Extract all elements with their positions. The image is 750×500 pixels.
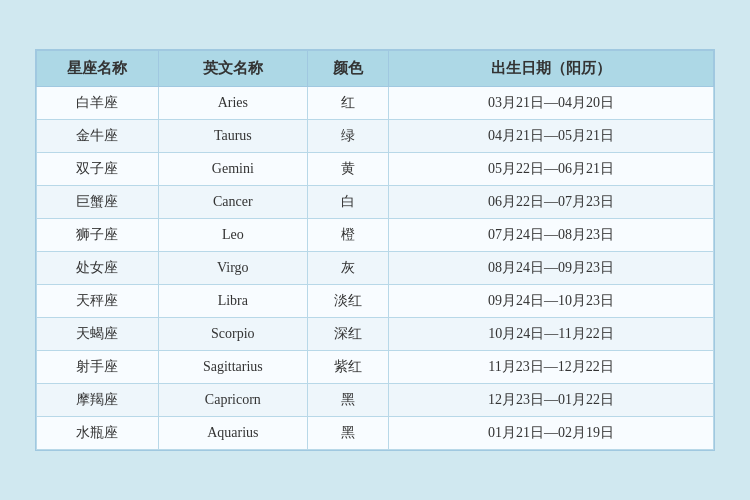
table-row: 巨蟹座Cancer白06月22日—07月23日 [37, 186, 714, 219]
table-row: 天蝎座Scorpio深红10月24日—11月22日 [37, 318, 714, 351]
cell-chinese: 摩羯座 [37, 384, 159, 417]
table-row: 金牛座Taurus绿04月21日—05月21日 [37, 120, 714, 153]
table-row: 射手座Sagittarius紫红11月23日—12月22日 [37, 351, 714, 384]
cell-english: Aquarius [158, 417, 307, 450]
cell-chinese: 射手座 [37, 351, 159, 384]
table-body: 白羊座Aries红03月21日—04月20日金牛座Taurus绿04月21日—0… [37, 87, 714, 450]
cell-english: Capricorn [158, 384, 307, 417]
cell-color: 绿 [307, 120, 388, 153]
cell-color: 橙 [307, 219, 388, 252]
cell-english: Gemini [158, 153, 307, 186]
cell-date: 04月21日—05月21日 [389, 120, 714, 153]
cell-chinese: 天蝎座 [37, 318, 159, 351]
cell-english: Virgo [158, 252, 307, 285]
cell-date: 01月21日—02月19日 [389, 417, 714, 450]
cell-color: 黄 [307, 153, 388, 186]
cell-chinese: 巨蟹座 [37, 186, 159, 219]
zodiac-table-container: 星座名称 英文名称 颜色 出生日期（阳历） 白羊座Aries红03月21日—04… [35, 49, 715, 451]
cell-color: 灰 [307, 252, 388, 285]
cell-color: 紫红 [307, 351, 388, 384]
table-row: 白羊座Aries红03月21日—04月20日 [37, 87, 714, 120]
cell-color: 黑 [307, 384, 388, 417]
cell-date: 12月23日—01月22日 [389, 384, 714, 417]
cell-date: 05月22日—06月21日 [389, 153, 714, 186]
cell-english: Scorpio [158, 318, 307, 351]
table-row: 处女座Virgo灰08月24日—09月23日 [37, 252, 714, 285]
table-row: 摩羯座Capricorn黑12月23日—01月22日 [37, 384, 714, 417]
cell-chinese: 处女座 [37, 252, 159, 285]
header-color: 颜色 [307, 51, 388, 87]
header-english: 英文名称 [158, 51, 307, 87]
header-date: 出生日期（阳历） [389, 51, 714, 87]
table-row: 水瓶座Aquarius黑01月21日—02月19日 [37, 417, 714, 450]
cell-chinese: 天秤座 [37, 285, 159, 318]
cell-date: 06月22日—07月23日 [389, 186, 714, 219]
cell-english: Leo [158, 219, 307, 252]
cell-english: Aries [158, 87, 307, 120]
cell-date: 03月21日—04月20日 [389, 87, 714, 120]
cell-chinese: 白羊座 [37, 87, 159, 120]
cell-color: 白 [307, 186, 388, 219]
cell-english: Cancer [158, 186, 307, 219]
zodiac-table: 星座名称 英文名称 颜色 出生日期（阳历） 白羊座Aries红03月21日—04… [36, 50, 714, 450]
cell-color: 红 [307, 87, 388, 120]
table-row: 狮子座Leo橙07月24日—08月23日 [37, 219, 714, 252]
cell-color: 黑 [307, 417, 388, 450]
cell-date: 09月24日—10月23日 [389, 285, 714, 318]
cell-date: 08月24日—09月23日 [389, 252, 714, 285]
table-row: 天秤座Libra淡红09月24日—10月23日 [37, 285, 714, 318]
cell-chinese: 水瓶座 [37, 417, 159, 450]
cell-color: 淡红 [307, 285, 388, 318]
cell-color: 深红 [307, 318, 388, 351]
cell-chinese: 狮子座 [37, 219, 159, 252]
cell-date: 07月24日—08月23日 [389, 219, 714, 252]
cell-english: Taurus [158, 120, 307, 153]
header-chinese: 星座名称 [37, 51, 159, 87]
cell-english: Libra [158, 285, 307, 318]
cell-date: 10月24日—11月22日 [389, 318, 714, 351]
cell-date: 11月23日—12月22日 [389, 351, 714, 384]
cell-chinese: 双子座 [37, 153, 159, 186]
cell-english: Sagittarius [158, 351, 307, 384]
cell-chinese: 金牛座 [37, 120, 159, 153]
table-header-row: 星座名称 英文名称 颜色 出生日期（阳历） [37, 51, 714, 87]
table-row: 双子座Gemini黄05月22日—06月21日 [37, 153, 714, 186]
